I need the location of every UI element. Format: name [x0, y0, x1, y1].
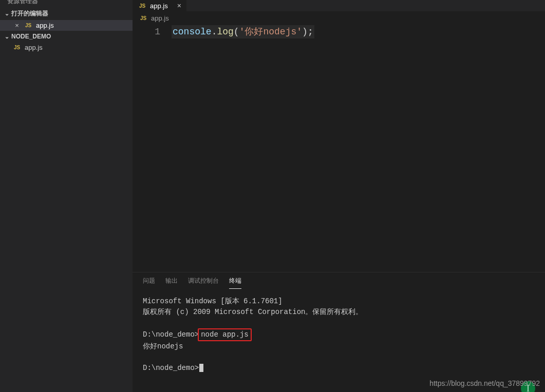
tab-app-js[interactable]: JS app.js ×: [133, 0, 186, 11]
token-identifier: console: [173, 27, 212, 37]
panel-tab-problems[interactable]: 问题: [143, 277, 155, 289]
terminal-line: [143, 318, 535, 328]
folder-header[interactable]: ⌄ NODE_DEMO: [0, 31, 133, 42]
token-string: ': [296, 27, 302, 37]
panel-tab-output[interactable]: 输出: [165, 277, 178, 289]
close-icon[interactable]: ×: [177, 2, 181, 10]
sidebar: 资源管理器 ⌄ 打开的编辑器 × JS app.js ⌄ NODE_DEMO J…: [0, 0, 133, 392]
terminal-output: 你好nodejs: [143, 341, 535, 352]
tab-filename: app.js: [150, 2, 168, 10]
open-editors-label: 打开的编辑器: [11, 9, 48, 18]
highlighted-command: node app.js: [198, 328, 251, 341]
terminal-line: D:\node_demo>: [143, 363, 535, 374]
js-file-icon: JS: [24, 22, 33, 29]
open-editors-header[interactable]: ⌄ 打开的编辑器: [0, 7, 133, 20]
token-punct: (: [234, 27, 239, 37]
terminal[interactable]: Microsoft Windows [版本 6.1.7601] 版权所有 (c)…: [133, 289, 545, 392]
sidebar-title: 资源管理器: [0, 0, 133, 4]
terminal-prompt: D:\node_demo>: [143, 330, 199, 339]
js-file-icon: JS: [138, 2, 147, 9]
open-editor-item[interactable]: × JS app.js: [0, 20, 133, 31]
panel-tab-terminal[interactable]: 终端: [229, 277, 241, 289]
folder-label: NODE_DEMO: [11, 33, 51, 40]
js-file-icon: JS: [12, 44, 22, 51]
js-file-icon: JS: [139, 15, 148, 22]
chevron-down-icon: ⌄: [3, 10, 10, 17]
token-string: ': [239, 27, 245, 37]
watermark: https://blog.csdn.net/qq_37899792: [429, 378, 540, 389]
folder-file-item[interactable]: JS app.js: [0, 42, 133, 53]
terminal-line: [143, 352, 535, 363]
terminal-prompt: D:\node_demo>: [143, 364, 199, 372]
terminal-cursor: [199, 364, 203, 372]
panel-tab-debug[interactable]: 调试控制台: [188, 277, 219, 289]
token-punct: ): [302, 27, 308, 37]
token-punct: .: [212, 27, 217, 37]
line-number: 1: [133, 25, 160, 38]
token-punct: ;: [308, 27, 313, 37]
code-line[interactable]: console.log('你好nodejs');: [172, 25, 314, 38]
editor-group: JS app.js × JS app.js 1 console.log('你好n…: [133, 0, 545, 392]
close-icon[interactable]: ×: [13, 22, 21, 29]
breadcrumb-file: app.js: [151, 14, 169, 22]
open-editor-filename: app.js: [36, 22, 54, 29]
tab-bar: JS app.js ×: [133, 0, 545, 11]
breadcrumb[interactable]: JS app.js: [133, 11, 545, 25]
code-area[interactable]: console.log('你好nodejs');: [172, 25, 545, 272]
terminal-line: 版权所有 (c) 2009 Microsoft Corporation。保留所有…: [143, 307, 535, 318]
folder-filename: app.js: [25, 44, 43, 51]
terminal-line: D:\node_demo>node app.js: [143, 328, 535, 341]
token-string: 你好nodejs: [245, 27, 296, 37]
line-number-gutter: 1: [133, 25, 172, 272]
terminal-line: Microsoft Windows [版本 6.1.7601]: [143, 296, 535, 307]
token-method: log: [217, 27, 233, 37]
chevron-down-icon: ⌄: [3, 33, 10, 40]
panel-tabbar: 问题 输出 调试控制台 终端: [133, 272, 545, 289]
panel: 问题 输出 调试控制台 终端 Microsoft Windows [版本 6.1…: [133, 272, 545, 392]
code-editor[interactable]: 1 console.log('你好nodejs');: [133, 25, 545, 272]
